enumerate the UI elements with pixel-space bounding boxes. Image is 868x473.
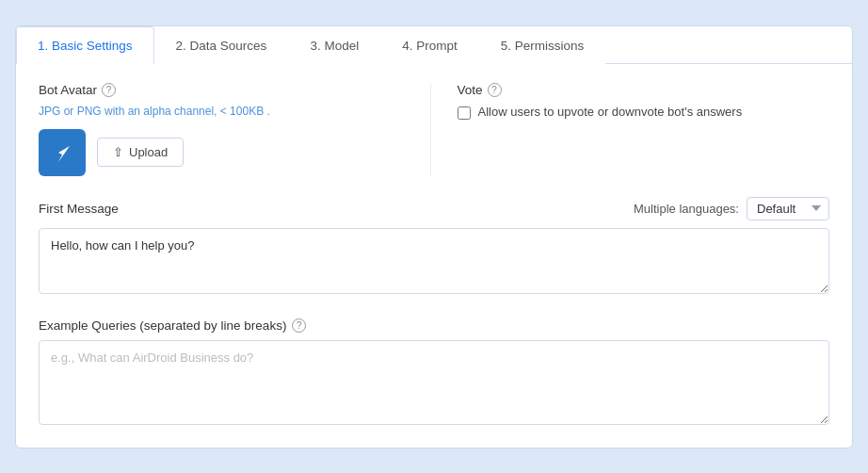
tab-prompt[interactable]: 4. Prompt — [380, 26, 479, 64]
tab-basic-settings[interactable]: 1. Basic Settings — [16, 26, 154, 64]
tab-data-sources[interactable]: 2. Data Sources — [154, 26, 289, 64]
lang-label: Multiple languages: — [634, 202, 739, 216]
example-queries-label: Example Queries (separated by line break… — [39, 318, 829, 333]
bot-icon — [49, 139, 75, 166]
upload-button[interactable]: ⇧ Upload — [97, 138, 184, 167]
bot-avatar-help-icon[interactable]: ? — [102, 83, 116, 97]
tab-permissions[interactable]: 5. Permissions — [479, 26, 606, 64]
example-queries-section: Example Queries (separated by line break… — [39, 318, 829, 429]
example-queries-textarea[interactable] — [39, 340, 829, 425]
language-select[interactable]: Default English Chinese Spanish — [747, 197, 829, 220]
vote-checkbox-row: Allow users to upvote or downvote bot's … — [458, 105, 830, 120]
tab-model[interactable]: 3. Model — [288, 26, 380, 64]
bot-avatar-section: Bot Avatar ? JPG or PNG with an alpha ch… — [39, 83, 431, 176]
vote-label: Vote ? — [458, 83, 830, 97]
vote-checkbox-label: Allow users to upvote or downvote bot's … — [478, 105, 743, 119]
lang-selector: Multiple languages: Default English Chin… — [634, 197, 829, 220]
avatar-area: ⇧ Upload — [39, 129, 411, 176]
main-container: 1. Basic Settings 2. Data Sources 3. Mod… — [15, 25, 853, 449]
first-message-textarea[interactable]: Hello, how can I help you? — [39, 228, 829, 294]
avatar-preview — [39, 129, 86, 176]
vote-section: Vote ? Allow users to upvote or downvote… — [431, 83, 830, 176]
first-message-label: First Message — [39, 202, 119, 216]
vote-help-icon[interactable]: ? — [488, 83, 502, 97]
upload-icon: ⇧ — [113, 145, 123, 159]
avatar-hint: JPG or PNG with an alpha channel, < 100K… — [39, 105, 411, 118]
example-queries-help-icon[interactable]: ? — [292, 318, 306, 333]
tab-content: Bot Avatar ? JPG or PNG with an alpha ch… — [16, 64, 852, 448]
first-message-section: First Message Multiple languages: Defaul… — [39, 197, 829, 298]
bot-avatar-label: Bot Avatar ? — [39, 83, 411, 97]
vote-checkbox[interactable] — [458, 106, 471, 120]
first-message-header: First Message Multiple languages: Defaul… — [39, 197, 829, 220]
tab-bar: 1. Basic Settings 2. Data Sources 3. Mod… — [16, 26, 852, 64]
top-section: Bot Avatar ? JPG or PNG with an alpha ch… — [39, 83, 829, 176]
